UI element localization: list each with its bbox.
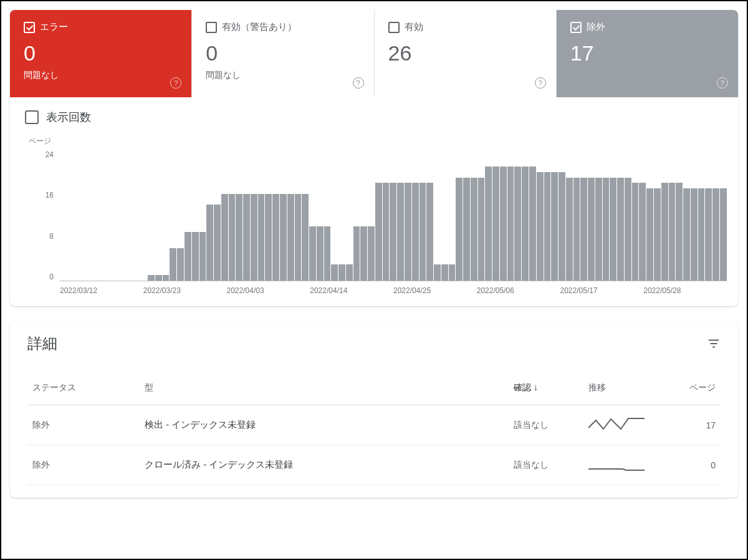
tab-plain-2[interactable]: 有効26? xyxy=(375,10,557,97)
bar xyxy=(192,232,199,281)
tab-label: 有効（警告あり） xyxy=(222,21,297,33)
bar xyxy=(346,264,353,281)
bar xyxy=(412,183,419,281)
col-trend[interactable]: 推移 xyxy=(583,371,671,405)
bar xyxy=(236,194,242,281)
impressions-toggle[interactable]: 表示回数 xyxy=(25,110,727,125)
bar xyxy=(426,183,433,281)
tab-plain-1[interactable]: 有効（警告あり）0問題なし? xyxy=(192,10,374,97)
bar xyxy=(654,188,661,281)
x-tick: 2022/05/06 xyxy=(477,286,560,295)
bar xyxy=(148,275,155,281)
bar xyxy=(383,183,390,281)
bar xyxy=(185,232,191,281)
bar xyxy=(199,232,206,281)
col-confirm[interactable]: 確認 ↓ xyxy=(509,371,583,405)
bar xyxy=(375,183,382,281)
bar xyxy=(625,178,631,281)
bar xyxy=(302,194,309,281)
col-type[interactable]: 型 xyxy=(140,371,509,405)
y-tick: 24 xyxy=(37,150,54,159)
checkbox-icon xyxy=(24,22,35,33)
bar xyxy=(390,183,396,281)
bar xyxy=(573,178,580,281)
x-tick: 2022/03/23 xyxy=(143,286,227,295)
y-tick: 16 xyxy=(37,191,54,200)
tab-error-0[interactable]: エラー0問題なし? xyxy=(10,10,192,97)
tab-subtext: 問題なし xyxy=(206,70,360,81)
checkbox-icon xyxy=(25,110,39,124)
help-icon[interactable]: ? xyxy=(353,77,364,89)
bar xyxy=(566,178,573,281)
bar xyxy=(434,264,441,281)
y-axis-label: ページ xyxy=(29,136,727,147)
y-tick: 8 xyxy=(37,232,54,241)
bar xyxy=(632,183,639,281)
bar xyxy=(529,167,536,281)
bar xyxy=(155,275,162,281)
bar xyxy=(610,178,616,281)
x-tick: 2022/04/03 xyxy=(227,286,310,295)
checkbox-icon xyxy=(570,22,582,33)
cell-status: 除外 xyxy=(27,405,140,445)
bar xyxy=(492,167,499,281)
filter-icon[interactable] xyxy=(707,337,721,350)
bar xyxy=(691,188,698,281)
bar xyxy=(251,194,257,281)
checkbox-icon xyxy=(388,22,400,33)
bar xyxy=(639,183,646,281)
details-title: 詳細 xyxy=(27,334,57,354)
table-header-row: ステータス 型 確認 ↓ 推移 ページ xyxy=(27,371,721,405)
x-tick: 2022/04/14 xyxy=(310,286,393,295)
bar xyxy=(258,194,265,281)
bar xyxy=(360,226,367,281)
checkbox-icon xyxy=(206,22,217,33)
bar xyxy=(698,188,705,281)
summary-card: エラー0問題なし?有効（警告あり）0問題なし?有効26?除外17? 表示回数 ペ… xyxy=(10,10,738,306)
bar xyxy=(280,194,287,281)
x-tick: 2022/04/25 xyxy=(393,286,477,295)
help-icon[interactable]: ? xyxy=(717,77,728,89)
cell-trend xyxy=(583,445,671,485)
tab-label: 除外 xyxy=(587,21,605,33)
bar xyxy=(177,248,184,281)
cell-type: 検出 - インデックス未登録 xyxy=(140,405,509,445)
bar xyxy=(588,178,595,281)
bar xyxy=(420,183,426,281)
chart: ページ 241680 2022/03/122022/03/232022/04/0… xyxy=(21,136,727,295)
x-axis: 2022/03/122022/03/232022/04/032022/04/14… xyxy=(60,286,727,295)
bar xyxy=(331,264,338,281)
bar xyxy=(683,188,690,281)
bars xyxy=(60,150,727,281)
bar xyxy=(368,226,375,281)
bar xyxy=(287,194,294,281)
y-tick: 0 xyxy=(37,273,54,281)
bar xyxy=(441,264,448,281)
bar xyxy=(537,172,544,281)
table-row[interactable]: 除外クロール済み - インデックス未登録該当なし0 xyxy=(27,445,721,485)
col-status[interactable]: ステータス xyxy=(27,371,140,405)
bar xyxy=(617,178,624,281)
details-card: 詳細 ステータス 型 確認 ↓ 推移 ページ 除外検出 - インデックス未登録該… xyxy=(10,321,738,498)
help-icon[interactable]: ? xyxy=(170,77,181,89)
tab-subtext: 問題なし xyxy=(24,70,178,81)
bar xyxy=(603,178,610,281)
bar xyxy=(463,178,470,281)
bar xyxy=(317,226,324,281)
bar xyxy=(661,183,668,281)
bar xyxy=(712,188,719,281)
cell-trend xyxy=(583,405,671,445)
bar xyxy=(214,205,221,281)
cell-confirm: 該当なし xyxy=(509,445,583,485)
x-tick: 2022/05/28 xyxy=(643,286,727,295)
help-icon[interactable]: ? xyxy=(535,77,546,89)
bar xyxy=(405,183,411,281)
cell-pages: 17 xyxy=(671,405,721,445)
y-axis: 241680 xyxy=(37,150,60,281)
tab-value: 26 xyxy=(388,42,542,65)
bar xyxy=(705,188,712,281)
col-pages[interactable]: ページ xyxy=(671,371,721,405)
tab-excluded-3[interactable]: 除外17? xyxy=(557,10,738,97)
bar xyxy=(170,248,176,281)
table-row[interactable]: 除外検出 - インデックス未登録該当なし17 xyxy=(27,405,721,445)
